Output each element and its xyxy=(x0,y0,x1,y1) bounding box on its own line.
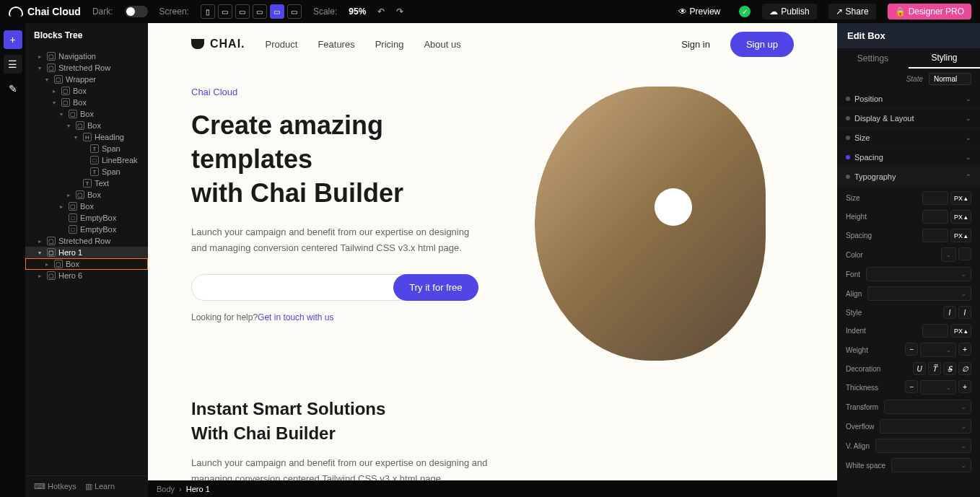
tree-item[interactable]: ▾HHeading xyxy=(25,131,148,143)
section-size[interactable]: Size⌄ xyxy=(837,128,980,148)
play-button[interactable] xyxy=(655,188,692,226)
tree-item[interactable]: ▸▢Box xyxy=(25,258,148,270)
thick-minus[interactable]: − xyxy=(905,380,918,393)
undo-icon[interactable]: ↶ xyxy=(377,6,385,17)
tree-item[interactable]: ▾▢Box xyxy=(25,108,148,120)
typo-size-unit[interactable]: PX ▴ xyxy=(950,191,971,205)
tree-item[interactable]: ▾▢Wrapper xyxy=(25,74,148,85)
typo-height-input[interactable] xyxy=(922,210,948,224)
section-typography[interactable]: Typography⌃ xyxy=(837,167,980,187)
tree-item[interactable]: ▸▢Box xyxy=(25,85,148,97)
coffee-icon xyxy=(191,39,204,49)
signup-button[interactable]: Sign up xyxy=(730,32,794,57)
nav-features[interactable]: Features xyxy=(318,39,354,50)
typo-size-label: Size xyxy=(846,194,859,202)
typo-font-select[interactable]: ⌄ xyxy=(866,267,971,281)
tree-item[interactable]: □LineBreak xyxy=(25,154,148,166)
help-text: Looking for help?Get in touch with us xyxy=(191,312,478,322)
tree-item[interactable]: □EmptyBox xyxy=(25,224,148,235)
hotkeys-link[interactable]: ⌨ Hotkeys xyxy=(34,482,76,491)
section-spacing[interactable]: Spacing⌄ xyxy=(837,148,980,167)
typo-spacing-unit[interactable]: PX ▴ xyxy=(950,229,971,242)
typo-align-select[interactable]: ⌄ xyxy=(867,286,971,301)
screen-laptop[interactable]: ▭ xyxy=(270,4,284,19)
tree-item[interactable]: ▸▢Hero 6 xyxy=(25,270,148,281)
tree-item[interactable]: TSpan xyxy=(25,166,148,177)
dark-toggle[interactable] xyxy=(125,6,148,17)
redo-icon[interactable]: ↷ xyxy=(396,6,403,17)
screen-phone[interactable]: ▯ xyxy=(201,4,215,19)
transform-select[interactable]: ⌄ xyxy=(884,400,971,414)
nav-pricing[interactable]: Pricing xyxy=(375,39,404,50)
underline-button[interactable]: U xyxy=(913,362,926,375)
typo-spacing-input[interactable] xyxy=(922,229,948,242)
italic-button[interactable]: I xyxy=(943,306,956,319)
add-block-button[interactable]: + xyxy=(4,30,22,49)
typo-color-select[interactable]: ⌄ xyxy=(941,247,956,262)
overline-button[interactable]: T̅ xyxy=(928,362,941,375)
tab-settings[interactable]: Settings xyxy=(837,48,909,69)
typo-transform-label: Transform xyxy=(846,403,878,411)
tree-item[interactable]: ▾▢Box xyxy=(25,120,148,131)
tree-item[interactable]: ▸▢Stretched Row xyxy=(25,235,148,247)
crumb-body[interactable]: Body xyxy=(157,485,175,493)
italic2-button[interactable]: I xyxy=(958,306,971,319)
screen-desktop[interactable]: ▭ xyxy=(287,4,302,19)
typo-valign-label: V. Align xyxy=(846,442,870,450)
tab-styling[interactable]: Styling xyxy=(909,48,980,69)
overflow-select[interactable]: ⌄ xyxy=(880,419,971,434)
preview-button[interactable]: 👁 Preview xyxy=(671,4,728,19)
typo-indent-input[interactable] xyxy=(922,324,948,338)
tree-item[interactable]: TText xyxy=(25,177,148,189)
publish-button[interactable]: ☁ Publish xyxy=(762,4,816,19)
screen-tablet-sm[interactable]: ▭ xyxy=(218,4,232,19)
valign-select[interactable]: ⌄ xyxy=(875,439,971,453)
tree-item[interactable]: □EmptyBox xyxy=(25,212,148,224)
cta-button[interactable]: Try it for free xyxy=(393,274,478,301)
state-label: State xyxy=(906,75,923,83)
section-position[interactable]: Position⌄ xyxy=(837,89,980,109)
thick-select[interactable]: ⌄ xyxy=(920,380,956,395)
design-canvas[interactable]: CHAI. Product Features Pricing About us … xyxy=(148,23,837,480)
tree-title: Blocks Tree xyxy=(25,23,148,48)
theme-button[interactable]: ✎ xyxy=(4,79,22,98)
typo-height-unit[interactable]: PX ▴ xyxy=(950,210,971,224)
tree-item[interactable]: ▸▢Box xyxy=(25,189,148,201)
nav-about[interactable]: About us xyxy=(424,39,460,50)
screen-laptop-sm[interactable]: ▭ xyxy=(253,4,267,19)
signin-link[interactable]: Sign in xyxy=(681,39,710,50)
typo-indent-unit[interactable]: PX ▴ xyxy=(950,324,971,338)
email-input[interactable] xyxy=(191,274,411,301)
share-button[interactable]: ↗ Share xyxy=(828,4,876,19)
typo-color-swatch[interactable] xyxy=(958,247,971,260)
strike-button[interactable]: S̶ xyxy=(943,362,956,375)
weight-plus[interactable]: + xyxy=(958,343,971,356)
screen-tablet[interactable]: ▭ xyxy=(235,4,250,19)
nav-product[interactable]: Product xyxy=(266,39,298,50)
section-display[interactable]: Display & Layout⌄ xyxy=(837,109,980,128)
pro-button[interactable]: 🔒 Designer PRO xyxy=(888,4,971,19)
tree-item[interactable]: ▾▢Box xyxy=(25,97,148,108)
tree-button[interactable]: ☰ xyxy=(4,55,22,74)
hero-lead: Launch your campaign and benefit from ou… xyxy=(191,224,478,256)
tree-item[interactable]: ▾▢Hero 1 xyxy=(25,247,148,258)
app-name: Chai Cloud xyxy=(27,6,81,17)
typo-align-label: Align xyxy=(846,290,862,298)
typo-deco-label: Decoration xyxy=(846,365,880,373)
crumb-hero1[interactable]: Hero 1 xyxy=(186,485,210,493)
ws-select[interactable]: ⌄ xyxy=(891,458,971,472)
tool-rail: + ☰ ✎ xyxy=(0,23,25,497)
help-link[interactable]: Get in touch with us xyxy=(258,312,333,322)
weight-select[interactable]: ⌄ xyxy=(920,343,956,357)
tree-item[interactable]: ▸▢Navigation xyxy=(25,50,148,62)
weight-minus[interactable]: − xyxy=(905,343,918,356)
thick-plus[interactable]: + xyxy=(958,380,971,393)
typo-size-input[interactable] xyxy=(922,191,948,205)
state-select[interactable]: Normal xyxy=(929,73,971,85)
learn-link[interactable]: ▥ Learn xyxy=(85,482,115,491)
tree-item[interactable]: ▾▢Stretched Row xyxy=(25,62,148,74)
scale-value: 95% xyxy=(349,6,366,17)
none-deco-button[interactable]: ∅ xyxy=(958,362,971,375)
tree-item[interactable]: TSpan xyxy=(25,143,148,154)
tree-item[interactable]: ▸▢Box xyxy=(25,201,148,212)
